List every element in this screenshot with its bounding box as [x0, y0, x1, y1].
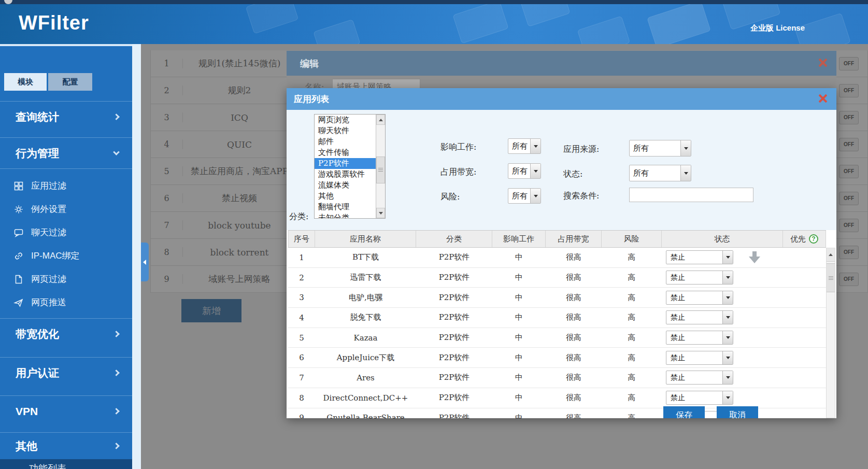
priority-down-icon[interactable] [749, 251, 760, 264]
category-option[interactable]: 聊天软件 [315, 125, 376, 136]
col-header-risk: 风险 [602, 231, 662, 247]
sidebar-item-chat-filter[interactable]: 聊天过滤 [0, 221, 132, 244]
status-select[interactable]: 禁止 [666, 371, 733, 385]
cell-risk: 高 [602, 312, 662, 322]
close-icon[interactable] [818, 94, 828, 103]
status-select[interactable]: 禁止 [666, 291, 733, 305]
cell-category: P2P软件 [416, 252, 492, 262]
status-select[interactable]: 禁止 [666, 310, 733, 324]
link-icon [13, 251, 24, 261]
sidebar-item-ip-mac-binding[interactable]: IP-MAC绑定 [0, 244, 132, 267]
sidebar-item-exceptions[interactable]: 例外设置 [0, 197, 132, 221]
save-button[interactable]: 保存 [663, 406, 705, 418]
select-arrow-icon[interactable] [722, 251, 733, 264]
status-select[interactable]: 禁止 [666, 250, 733, 264]
cell-app-name: 脱兔下载 [315, 312, 416, 322]
sidebar-item-bandwidth[interactable]: 带宽优化 [0, 318, 132, 349]
bandwidth-filter-select[interactable]: 所有 [508, 163, 541, 179]
category-option[interactable]: 网页浏览 [315, 115, 376, 125]
cell-index: 7 [288, 373, 315, 382]
select-arrow-icon[interactable] [722, 311, 733, 324]
category-listbox[interactable]: 网页浏览 聊天软件 邮件 文件传输 P2P软件 游戏股票软件 流媒体类 其他 [314, 114, 386, 219]
select-value: 禁止 [666, 291, 722, 304]
cell-status: 禁止 [662, 310, 783, 324]
chat-icon [13, 228, 24, 238]
cell-risk: 高 [602, 293, 662, 303]
select-value: 禁止 [666, 311, 722, 324]
select-arrow-icon[interactable] [530, 164, 540, 178]
sidebar-item-user-auth[interactable]: 用户认证 [0, 357, 132, 388]
select-arrow-icon[interactable] [722, 271, 733, 284]
scrollbar-track[interactable] [376, 125, 385, 208]
app-table-body: 1 BT下载 P2P软件 中 很高 高 禁止 [288, 248, 826, 418]
listbox-scrollbar[interactable] [376, 115, 385, 218]
sidebar-item-behavior-mgmt[interactable]: 行为管理 [0, 137, 132, 168]
scroll-up-icon[interactable] [376, 115, 385, 125]
scroll-up-icon[interactable] [827, 248, 835, 262]
sidebar-item-vpn[interactable]: VPN [0, 395, 132, 427]
sidebar-collapse-handle[interactable] [140, 243, 149, 281]
search-label: 搜索条件: [563, 191, 599, 202]
status-select[interactable]: 禁止 [666, 271, 733, 285]
search-input[interactable] [629, 188, 753, 202]
status-filter-select[interactable]: 所有 [629, 165, 691, 181]
app-header: WFilter 企业版 License [0, 4, 868, 44]
cell-risk: 高 [602, 413, 662, 418]
category-option[interactable]: P2P软件 [315, 158, 376, 169]
category-option[interactable]: 其他 [315, 191, 376, 202]
select-arrow-icon[interactable] [530, 139, 540, 153]
select-arrow-icon[interactable] [722, 391, 733, 404]
sidebar-item-label: 应用过滤 [31, 180, 66, 192]
sidebar-item-others[interactable]: 其他 [0, 432, 132, 459]
cell-bandwidth: 很高 [546, 333, 602, 343]
status-select[interactable]: 禁止 [666, 351, 733, 365]
license-badge[interactable]: 企业版 License [750, 23, 805, 33]
cell-category: P2P软件 [416, 333, 492, 343]
select-value: 所有 [508, 189, 530, 203]
category-option[interactable]: 游戏股票软件 [315, 169, 376, 180]
select-arrow-icon[interactable] [722, 291, 733, 304]
cell-risk: 高 [602, 273, 662, 282]
impact-filter-select[interactable]: 所有 [508, 138, 541, 154]
select-arrow-icon[interactable] [680, 140, 691, 156]
scrollbar-thumb[interactable] [827, 263, 835, 292]
tab-module[interactable]: 模块 [4, 73, 47, 91]
select-arrow-icon[interactable] [722, 371, 733, 384]
cell-risk: 高 [602, 353, 662, 363]
cell-app-name: BT下载 [315, 252, 416, 262]
select-arrow-icon[interactable] [530, 189, 540, 203]
table-scrollbar[interactable] [826, 248, 835, 418]
help-icon[interactable]: ? [809, 234, 818, 244]
scroll-down-icon[interactable] [376, 208, 385, 218]
category-option[interactable]: 未知分类 [315, 212, 376, 218]
sidebar-item-feature-list[interactable]: 功能列表 [0, 459, 132, 469]
header-keyboard-art [313, 19, 361, 44]
sidebar-item-app-filter[interactable]: 应用过滤 [0, 174, 132, 197]
category-option[interactable]: 文件传输 [315, 147, 376, 158]
close-icon[interactable] [818, 58, 828, 67]
category-option[interactable]: 邮件 [315, 136, 376, 147]
category-option[interactable]: 翻墙代理 [315, 202, 376, 212]
scrollbar-thumb[interactable] [376, 157, 385, 183]
cell-app-name: Ares [315, 373, 416, 382]
category-option[interactable]: 流媒体类 [315, 180, 376, 191]
sidebar-item-label: 网页过滤 [31, 273, 66, 285]
status-select[interactable]: 禁止 [666, 391, 733, 405]
source-filter-select[interactable]: 所有 [629, 140, 691, 157]
sidebar-item-query-stats[interactable]: 查询统计 [0, 101, 132, 132]
cell-index: 5 [288, 333, 315, 343]
sidebar-item-web-filter[interactable]: 网页过滤 [0, 267, 132, 291]
sidebar-item-web-push[interactable]: 网页推送 [0, 291, 132, 314]
select-arrow-icon[interactable] [722, 351, 733, 364]
status-select[interactable]: 禁止 [666, 331, 733, 345]
cell-bandwidth: 很高 [546, 373, 602, 382]
cancel-button[interactable]: 取消 [717, 406, 758, 418]
select-arrow-icon[interactable] [722, 331, 733, 344]
grid-icon [13, 181, 24, 191]
tab-config[interactable]: 配置 [48, 73, 92, 91]
cell-app-name: 电驴,电骡 [315, 293, 416, 303]
risk-filter-select[interactable]: 所有 [508, 188, 541, 204]
gear-icon [13, 204, 24, 215]
select-value: 禁止 [666, 391, 722, 404]
select-arrow-icon[interactable] [680, 165, 691, 181]
